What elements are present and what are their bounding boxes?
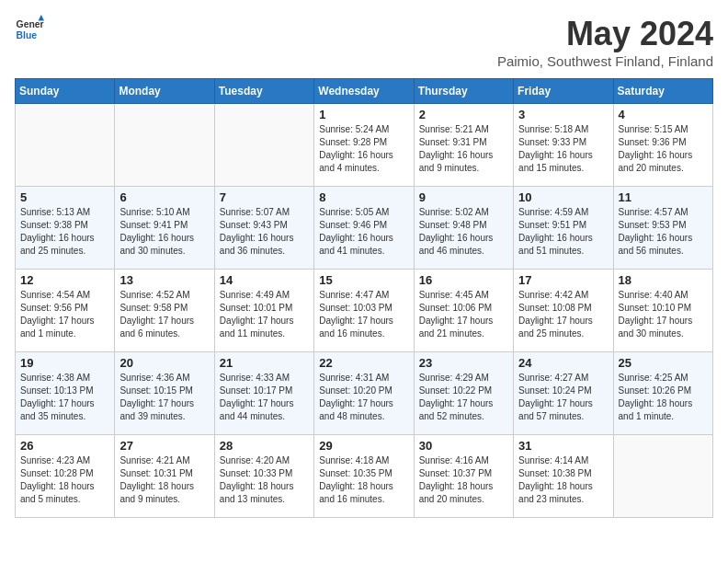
day-info: Sunrise: 4:36 AMSunset: 10:15 PMDaylight… <box>119 372 209 423</box>
day-number: 4 <box>619 108 708 121</box>
logo: General Blue <box>15 15 44 44</box>
day-number: 27 <box>119 439 209 453</box>
calendar-cell: 10Sunrise: 4:59 AMSunset: 9:51 PMDayligh… <box>514 187 613 270</box>
calendar-cell: 18Sunrise: 4:40 AMSunset: 10:10 PMDaylig… <box>613 270 712 352</box>
calendar-cell: 30Sunrise: 4:16 AMSunset: 10:37 PMDaylig… <box>414 435 513 518</box>
day-number: 8 <box>319 190 408 204</box>
weekday-header-monday: Monday <box>115 79 214 104</box>
day-info: Sunrise: 4:38 AMSunset: 10:13 PMDaylight… <box>20 372 109 423</box>
calendar-cell: 15Sunrise: 4:47 AMSunset: 10:03 PMDaylig… <box>314 270 414 352</box>
calendar-cell: 3Sunrise: 5:18 AMSunset: 9:33 PMDaylight… <box>514 104 613 187</box>
day-info: Sunrise: 5:13 AMSunset: 9:38 PMDaylight:… <box>20 206 109 258</box>
day-number: 1 <box>319 108 408 121</box>
day-info: Sunrise: 5:10 AMSunset: 9:41 PMDaylight:… <box>119 206 209 258</box>
day-info: Sunrise: 5:05 AMSunset: 9:46 PMDaylight:… <box>319 206 408 258</box>
calendar-cell: 27Sunrise: 4:21 AMSunset: 10:31 PMDaylig… <box>115 435 214 518</box>
day-info: Sunrise: 4:59 AMSunset: 9:51 PMDaylight:… <box>518 206 608 258</box>
day-number: 19 <box>20 356 109 370</box>
calendar-cell: 9Sunrise: 5:02 AMSunset: 9:48 PMDaylight… <box>414 187 513 270</box>
weekday-header-sunday: Sunday <box>16 79 115 104</box>
day-info: Sunrise: 4:45 AMSunset: 10:06 PMDaylight… <box>419 289 508 340</box>
calendar-cell: 28Sunrise: 4:20 AMSunset: 10:33 PMDaylig… <box>214 435 313 518</box>
day-number: 14 <box>220 273 309 287</box>
calendar-cell: 2Sunrise: 5:21 AMSunset: 9:31 PMDaylight… <box>414 104 513 187</box>
weekday-header-wednesday: Wednesday <box>314 79 414 104</box>
day-info: Sunrise: 5:07 AMSunset: 9:43 PMDaylight:… <box>220 206 309 258</box>
calendar-cell: 17Sunrise: 4:42 AMSunset: 10:08 PMDaylig… <box>514 270 613 352</box>
day-info: Sunrise: 4:29 AMSunset: 10:22 PMDaylight… <box>419 372 508 423</box>
calendar-cell: 16Sunrise: 4:45 AMSunset: 10:06 PMDaylig… <box>414 270 513 352</box>
day-info: Sunrise: 4:31 AMSunset: 10:20 PMDaylight… <box>319 372 408 423</box>
day-info: Sunrise: 4:40 AMSunset: 10:10 PMDaylight… <box>619 289 708 340</box>
day-number: 31 <box>518 439 608 453</box>
calendar-cell: 31Sunrise: 4:14 AMSunset: 10:38 PMDaylig… <box>514 435 613 518</box>
day-number: 15 <box>319 273 408 287</box>
day-info: Sunrise: 4:21 AMSunset: 10:31 PMDaylight… <box>119 454 209 506</box>
day-number: 3 <box>518 108 608 121</box>
svg-text:Blue: Blue <box>17 30 38 40</box>
day-info: Sunrise: 5:18 AMSunset: 9:33 PMDaylight:… <box>518 123 608 175</box>
day-number: 21 <box>220 356 309 370</box>
calendar-cell: 6Sunrise: 5:10 AMSunset: 9:41 PMDaylight… <box>115 187 214 270</box>
calendar-cell <box>613 435 712 518</box>
day-number: 5 <box>20 190 109 204</box>
calendar-cell <box>214 104 313 187</box>
page-header: General Blue May 2024 Paimio, Southwest … <box>15 15 713 69</box>
weekday-header-thursday: Thursday <box>414 79 513 104</box>
day-info: Sunrise: 4:47 AMSunset: 10:03 PMDaylight… <box>319 289 408 340</box>
day-info: Sunrise: 5:24 AMSunset: 9:28 PMDaylight:… <box>319 123 408 175</box>
calendar-cell: 11Sunrise: 4:57 AMSunset: 9:53 PMDayligh… <box>613 187 712 270</box>
day-number: 24 <box>518 356 608 370</box>
day-info: Sunrise: 5:15 AMSunset: 9:36 PMDaylight:… <box>619 123 708 175</box>
day-number: 17 <box>518 273 608 287</box>
day-info: Sunrise: 4:20 AMSunset: 10:33 PMDaylight… <box>220 454 309 506</box>
day-number: 6 <box>119 190 209 204</box>
day-info: Sunrise: 4:52 AMSunset: 9:58 PMDaylight:… <box>119 289 209 340</box>
calendar-cell: 29Sunrise: 4:18 AMSunset: 10:35 PMDaylig… <box>314 435 414 518</box>
day-info: Sunrise: 4:23 AMSunset: 10:28 PMDaylight… <box>20 454 109 506</box>
calendar-cell: 1Sunrise: 5:24 AMSunset: 9:28 PMDaylight… <box>314 104 414 187</box>
day-number: 30 <box>419 439 508 453</box>
day-number: 9 <box>419 190 508 204</box>
day-info: Sunrise: 4:57 AMSunset: 9:53 PMDaylight:… <box>619 206 708 258</box>
svg-text:General: General <box>17 19 44 29</box>
day-number: 18 <box>619 273 708 287</box>
svg-marker-2 <box>39 15 44 20</box>
weekday-header-tuesday: Tuesday <box>214 79 313 104</box>
calendar-cell <box>115 104 214 187</box>
day-info: Sunrise: 5:02 AMSunset: 9:48 PMDaylight:… <box>419 206 508 258</box>
day-info: Sunrise: 4:42 AMSunset: 10:08 PMDaylight… <box>518 289 608 340</box>
calendar-cell <box>16 104 115 187</box>
day-number: 7 <box>220 190 309 204</box>
day-info: Sunrise: 4:49 AMSunset: 10:01 PMDaylight… <box>220 289 309 340</box>
logo-icon: General Blue <box>15 15 44 44</box>
title-area: May 2024 Paimio, Southwest Finland, Finl… <box>497 15 713 69</box>
day-number: 12 <box>20 273 109 287</box>
day-info: Sunrise: 4:14 AMSunset: 10:38 PMDaylight… <box>518 454 608 506</box>
calendar-table: SundayMondayTuesdayWednesdayThursdayFrid… <box>15 78 713 518</box>
day-number: 28 <box>220 439 309 453</box>
day-number: 25 <box>619 356 708 370</box>
day-number: 20 <box>119 356 209 370</box>
calendar-cell: 22Sunrise: 4:31 AMSunset: 10:20 PMDaylig… <box>314 352 414 435</box>
calendar-cell: 21Sunrise: 4:33 AMSunset: 10:17 PMDaylig… <box>214 352 313 435</box>
day-number: 2 <box>419 108 508 121</box>
calendar-cell: 13Sunrise: 4:52 AMSunset: 9:58 PMDayligh… <box>115 270 214 352</box>
day-info: Sunrise: 4:16 AMSunset: 10:37 PMDaylight… <box>419 454 508 506</box>
day-info: Sunrise: 4:27 AMSunset: 10:24 PMDaylight… <box>518 372 608 423</box>
calendar-cell: 26Sunrise: 4:23 AMSunset: 10:28 PMDaylig… <box>16 435 115 518</box>
calendar-cell: 5Sunrise: 5:13 AMSunset: 9:38 PMDaylight… <box>16 187 115 270</box>
calendar-cell: 24Sunrise: 4:27 AMSunset: 10:24 PMDaylig… <box>514 352 613 435</box>
calendar-cell: 12Sunrise: 4:54 AMSunset: 9:56 PMDayligh… <box>16 270 115 352</box>
day-number: 10 <box>518 190 608 204</box>
calendar-cell: 20Sunrise: 4:36 AMSunset: 10:15 PMDaylig… <box>115 352 214 435</box>
day-info: Sunrise: 4:18 AMSunset: 10:35 PMDaylight… <box>319 454 408 506</box>
day-number: 16 <box>419 273 508 287</box>
day-number: 29 <box>319 439 408 453</box>
calendar-cell: 7Sunrise: 5:07 AMSunset: 9:43 PMDaylight… <box>214 187 313 270</box>
month-title: May 2024 <box>497 15 713 53</box>
calendar-cell: 25Sunrise: 4:25 AMSunset: 10:26 PMDaylig… <box>613 352 712 435</box>
day-number: 23 <box>419 356 508 370</box>
day-info: Sunrise: 5:21 AMSunset: 9:31 PMDaylight:… <box>419 123 508 175</box>
weekday-header-friday: Friday <box>514 79 613 104</box>
